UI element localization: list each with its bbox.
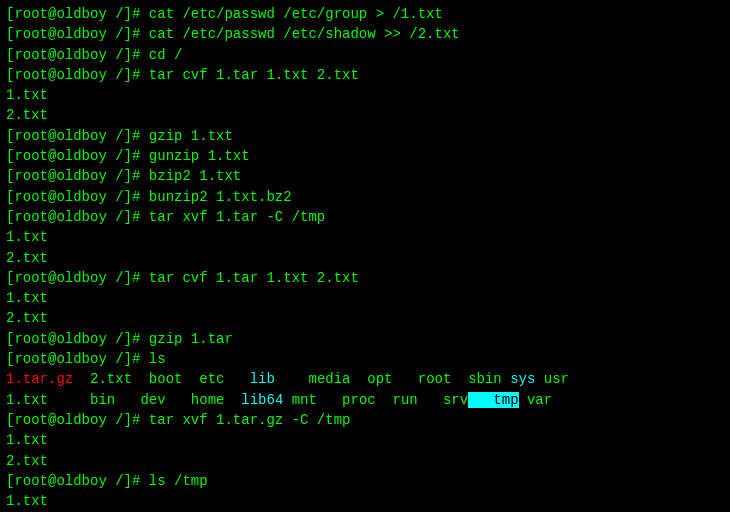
terminal-line: [root@oldboy /]# ls /tmp xyxy=(6,471,724,491)
terminal[interactable]: [root@oldboy /]# cat /etc/passwd /etc/gr… xyxy=(0,0,730,512)
ls-item: 1.txt xyxy=(6,392,48,408)
ls-item: usr xyxy=(535,371,569,387)
ls-item: etc xyxy=(182,371,224,387)
ls-output-line: 1.tar.gz 2.txt boot etc lib media opt ro… xyxy=(6,369,724,389)
terminal-line: [root@oldboy /]# tar cvf 1.tar 1.txt 2.t… xyxy=(6,65,724,85)
command: ls xyxy=(149,351,166,367)
prompt: [root@oldboy /]# xyxy=(6,148,149,164)
output-line: 2.txt xyxy=(6,248,724,268)
terminal-line: [root@oldboy /]# cat /etc/passwd /etc/gr… xyxy=(6,4,724,24)
terminal-line: [root@oldboy /]# cat /etc/passwd /etc/sh… xyxy=(6,24,724,44)
prompt: [root@oldboy /]# xyxy=(6,270,149,286)
ls-item: bin xyxy=(48,392,115,408)
command: ls /tmp xyxy=(149,473,208,489)
ls-item: opt xyxy=(351,371,393,387)
prompt: [root@oldboy /]# xyxy=(6,47,149,63)
ls-item: var xyxy=(519,392,553,408)
ls-item: 2.txt xyxy=(73,371,132,387)
terminal-line: [root@oldboy /]# bunzip2 1.txt.bz2 xyxy=(6,187,724,207)
ls-item: home xyxy=(166,392,225,408)
ls-item: root xyxy=(393,371,452,387)
ls-item: tmp xyxy=(468,392,518,408)
ls-item: sbin xyxy=(451,371,501,387)
output-line: 1.txt xyxy=(6,430,724,450)
ls-output-line: 1.txt bin dev home lib64 mnt proc run sr… xyxy=(6,390,724,410)
command: bunzip2 1.txt.bz2 xyxy=(149,189,292,205)
output-line: 1.txt xyxy=(6,288,724,308)
output-line: 1.txt xyxy=(6,491,724,511)
terminal-line: [root@oldboy /]# cd / xyxy=(6,45,724,65)
terminal-line: [root@oldboy /]# tar cvf 1.tar 1.txt 2.t… xyxy=(6,268,724,288)
command: cat /etc/passwd /etc/shadow >> /2.txt xyxy=(149,26,460,42)
output-line: 2.txt xyxy=(6,451,724,471)
terminal-line: [root@oldboy /]# tar xvf 1.tar -C /tmp xyxy=(6,207,724,227)
prompt: [root@oldboy /]# xyxy=(6,351,149,367)
command: gzip 1.tar xyxy=(149,331,233,347)
prompt: [root@oldboy /]# xyxy=(6,412,149,428)
terminal-line: [root@oldboy /]# bzip2 1.txt xyxy=(6,166,724,186)
ls-item: srv xyxy=(418,392,468,408)
terminal-line: [root@oldboy /]# tar xvf 1.tar.gz -C /tm… xyxy=(6,410,724,430)
ls-item: dev xyxy=(115,392,165,408)
command: tar cvf 1.tar 1.txt 2.txt xyxy=(149,270,359,286)
ls-item: media xyxy=(275,371,351,387)
command: gunzip 1.txt xyxy=(149,148,250,164)
ls-item: proc xyxy=(317,392,376,408)
prompt: [root@oldboy /]# xyxy=(6,209,149,225)
terminal-line: [root@oldboy /]# ls xyxy=(6,349,724,369)
terminal-line: [root@oldboy /]# gunzip 1.txt xyxy=(6,146,724,166)
command: bzip2 1.txt xyxy=(149,168,241,184)
command: tar xvf 1.tar.gz -C /tmp xyxy=(149,412,351,428)
ls-item: mnt xyxy=(283,392,317,408)
prompt: [root@oldboy /]# xyxy=(6,331,149,347)
terminal-line: [root@oldboy /]# gzip 1.tar xyxy=(6,329,724,349)
ls-item: sys xyxy=(502,371,536,387)
prompt: [root@oldboy /]# xyxy=(6,189,149,205)
prompt: [root@oldboy /]# xyxy=(6,168,149,184)
prompt: [root@oldboy /]# xyxy=(6,67,149,83)
terminal-line: [root@oldboy /]# gzip 1.txt xyxy=(6,126,724,146)
ls-item: lib64 xyxy=(224,392,283,408)
output-line: 2.txt xyxy=(6,308,724,328)
command: gzip 1.txt xyxy=(149,128,233,144)
prompt: [root@oldboy /]# xyxy=(6,128,149,144)
prompt: [root@oldboy /]# xyxy=(6,473,149,489)
command: cat /etc/passwd /etc/group > /1.txt xyxy=(149,6,443,22)
ls-item: 1.tar.gz xyxy=(6,371,73,387)
ls-item: run xyxy=(376,392,418,408)
command: cd / xyxy=(149,47,183,63)
output-line: 2.txt xyxy=(6,105,724,125)
prompt: [root@oldboy /]# xyxy=(6,6,149,22)
ls-item: lib xyxy=(224,371,274,387)
ls-item: boot xyxy=(132,371,182,387)
prompt: [root@oldboy /]# xyxy=(6,26,149,42)
output-line: 1.txt xyxy=(6,227,724,247)
command: tar xvf 1.tar -C /tmp xyxy=(149,209,325,225)
output-line: 1.txt xyxy=(6,85,724,105)
command: tar cvf 1.tar 1.txt 2.txt xyxy=(149,67,359,83)
